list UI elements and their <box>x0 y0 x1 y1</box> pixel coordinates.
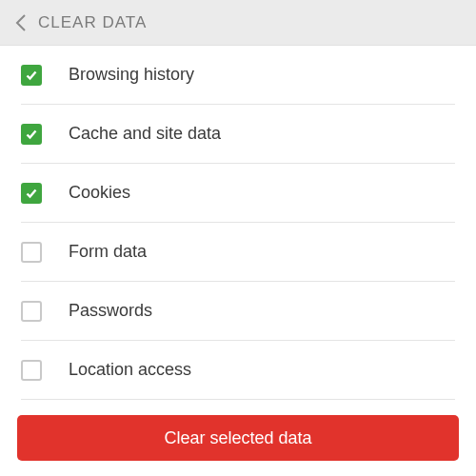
checkbox-browsing-history[interactable] <box>21 65 42 86</box>
item-label: Location access <box>69 360 191 380</box>
back-icon[interactable] <box>10 11 32 34</box>
item-label: Cookies <box>69 183 130 203</box>
item-label: Cache and site data <box>69 124 221 144</box>
checkbox-cache-site-data[interactable] <box>21 124 42 145</box>
list-item[interactable]: Cache and site data <box>21 105 455 164</box>
list-item[interactable]: Passwords <box>21 282 455 341</box>
list-item[interactable]: Location access <box>21 341 455 400</box>
item-label: Passwords <box>69 301 152 321</box>
list-item[interactable]: Form data <box>21 223 455 282</box>
checkbox-cookies[interactable] <box>21 183 42 204</box>
checkbox-passwords[interactable] <box>21 301 42 322</box>
header-bar: CLEAR DATA <box>0 0 476 46</box>
item-label: Browsing history <box>69 65 194 85</box>
footer: Clear selected data <box>0 400 476 476</box>
list-item[interactable]: Cookies <box>21 164 455 223</box>
item-label: Form data <box>69 242 147 262</box>
list-item[interactable]: Browsing history <box>21 46 455 105</box>
clear-selected-data-button[interactable]: Clear selected data <box>17 415 459 461</box>
checkbox-form-data[interactable] <box>21 242 42 263</box>
options-list: Browsing history Cache and site data Coo… <box>0 46 476 400</box>
checkbox-location-access[interactable] <box>21 360 42 381</box>
page-title: CLEAR DATA <box>38 13 147 32</box>
